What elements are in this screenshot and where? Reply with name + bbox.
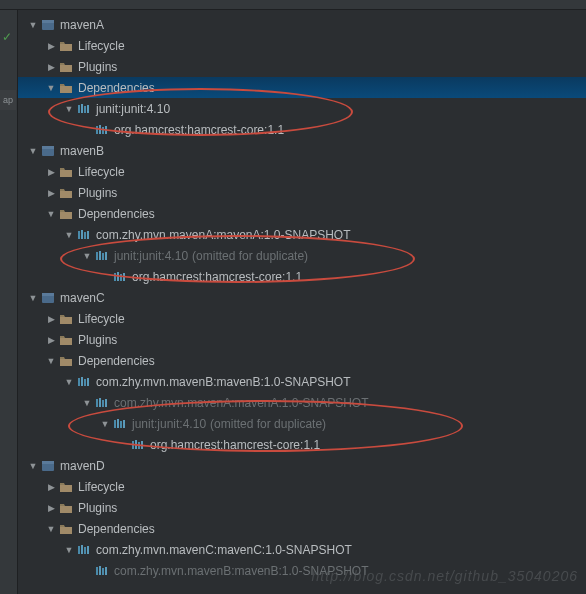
svg-rect-42 <box>105 399 107 407</box>
svg-rect-52 <box>42 461 54 464</box>
module-icon <box>40 143 56 159</box>
tree-row[interactable]: ▶org.hamcrest:hamcrest-core:1.1 <box>18 434 586 455</box>
tree-row[interactable]: ▶org.hamcrest:hamcrest-core:1.1 <box>18 266 586 287</box>
svg-rect-26 <box>114 273 116 281</box>
sidebar-tab[interactable]: ap <box>0 90 16 110</box>
chevron-down-icon[interactable]: ▼ <box>80 398 94 408</box>
chevron-down-icon[interactable]: ▼ <box>62 104 76 114</box>
tree-node-label: com.zhy.mvn.mavenB:mavenB:1.0-SNAPSHOT <box>96 375 351 389</box>
tree-row[interactable]: ▶Plugins <box>18 56 586 77</box>
folder-icon <box>58 185 74 201</box>
chevron-right-icon[interactable]: ▶ <box>44 335 58 345</box>
svg-rect-16 <box>60 191 72 198</box>
svg-rect-46 <box>123 420 125 428</box>
tree-row[interactable]: ▼com.zhy.mvn.mavenC:mavenC:1.0-SNAPSHOT <box>18 539 586 560</box>
svg-rect-22 <box>96 252 98 260</box>
tree-row[interactable]: ▼Dependencies <box>18 350 586 371</box>
tree-node-label: Lifecycle <box>78 480 125 494</box>
chevron-right-icon[interactable]: ▶ <box>44 41 58 51</box>
tree-node-label: Lifecycle <box>78 165 125 179</box>
svg-rect-63 <box>105 567 107 575</box>
svg-rect-9 <box>96 126 98 134</box>
chevron-down-icon[interactable]: ▼ <box>26 293 40 303</box>
tree-row[interactable]: ▶Lifecycle <box>18 35 586 56</box>
tree-row[interactable]: ▼junit:junit:4.10(omitted for duplicate) <box>18 413 586 434</box>
tree-row[interactable]: ▶Plugins <box>18 497 586 518</box>
svg-rect-29 <box>123 273 125 281</box>
tree-row[interactable]: ▼mavenB <box>18 140 586 161</box>
tree-node-label: Plugins <box>78 60 117 74</box>
tree-row[interactable]: ▶Lifecycle <box>18 161 586 182</box>
chevron-right-icon[interactable]: ▶ <box>44 482 58 492</box>
chevron-right-icon[interactable]: ▶ <box>44 314 58 324</box>
svg-rect-2 <box>60 44 72 51</box>
tree-row[interactable]: ▼Dependencies <box>18 203 586 224</box>
folder-icon <box>58 521 74 537</box>
tree-row[interactable]: ▶org.hamcrest:hamcrest-core:1.1 <box>18 119 586 140</box>
svg-rect-38 <box>87 378 89 386</box>
tree-node-label: org.hamcrest:hamcrest-core:1.1 <box>114 123 284 137</box>
chevron-right-icon[interactable]: ▶ <box>44 62 58 72</box>
chevron-down-icon[interactable]: ▼ <box>98 419 112 429</box>
tree-node-label: mavenA <box>60 18 104 32</box>
tree-row[interactable]: ▼Dependencies <box>18 518 586 539</box>
tree-node-label: Dependencies <box>78 207 155 221</box>
tree-row[interactable]: ▼mavenD <box>18 455 586 476</box>
svg-rect-44 <box>117 419 119 428</box>
svg-rect-27 <box>117 272 119 281</box>
folder-icon <box>58 80 74 96</box>
tree-row[interactable]: ▼Dependencies <box>18 77 586 98</box>
svg-rect-58 <box>84 547 86 554</box>
tree-node-label: com.zhy.mvn.mavenA:mavenA:1.0-SNAPSHOT <box>96 228 351 242</box>
svg-rect-49 <box>138 442 140 449</box>
tree-node-label: org.hamcrest:hamcrest-core:1.1 <box>150 438 320 452</box>
svg-rect-10 <box>99 125 101 134</box>
tree-node-label: Plugins <box>78 333 117 347</box>
tree-row[interactable]: ▼junit:junit:4.10(omitted for duplicate) <box>18 245 586 266</box>
svg-rect-20 <box>84 232 86 239</box>
tree-row[interactable]: ▶Lifecycle <box>18 476 586 497</box>
lib-icon <box>112 269 128 285</box>
tree-row[interactable]: ▼mavenC <box>18 287 586 308</box>
tree-node-label: com.zhy.mvn.mavenA:mavenA:1.0-SNAPSHOT <box>114 396 369 410</box>
chevron-down-icon[interactable]: ▼ <box>44 524 58 534</box>
svg-rect-17 <box>60 212 72 219</box>
tree-node-label: mavenC <box>60 291 105 305</box>
maven-tree[interactable]: ▼mavenA▶Lifecycle▶Plugins▼Dependencies▼j… <box>18 10 586 581</box>
tree-row[interactable]: ▶Plugins <box>18 329 586 350</box>
tree-row[interactable]: ▶Lifecycle <box>18 308 586 329</box>
chevron-down-icon[interactable]: ▼ <box>44 83 58 93</box>
chevron-right-icon[interactable]: ▶ <box>44 503 58 513</box>
chevron-down-icon[interactable]: ▼ <box>26 146 40 156</box>
chevron-down-icon[interactable]: ▼ <box>62 545 76 555</box>
module-icon <box>40 17 56 33</box>
chevron-down-icon[interactable]: ▼ <box>62 230 76 240</box>
lib-icon <box>94 122 110 138</box>
lib-icon <box>94 563 110 579</box>
svg-rect-60 <box>96 567 98 575</box>
tree-row[interactable]: ▼mavenA <box>18 14 586 35</box>
svg-rect-15 <box>60 170 72 177</box>
tree-row[interactable]: ▼com.zhy.mvn.mavenB:mavenB:1.0-SNAPSHOT <box>18 371 586 392</box>
folder-icon <box>58 59 74 75</box>
svg-rect-7 <box>84 106 86 113</box>
chevron-right-icon[interactable]: ▶ <box>44 167 58 177</box>
tree-row[interactable]: ▼com.zhy.mvn.mavenA:mavenA:1.0-SNAPSHOT <box>18 224 586 245</box>
chevron-down-icon[interactable]: ▼ <box>44 209 58 219</box>
tree-node-label: Dependencies <box>78 354 155 368</box>
svg-rect-11 <box>102 127 104 134</box>
tree-row[interactable]: ▼com.zhy.mvn.mavenA:mavenA:1.0-SNAPSHOT <box>18 392 586 413</box>
chevron-down-icon[interactable]: ▼ <box>26 20 40 30</box>
chevron-down-icon[interactable]: ▼ <box>26 461 40 471</box>
tree-row[interactable]: ▼junit:junit:4.10 <box>18 98 586 119</box>
svg-rect-3 <box>60 65 72 72</box>
tree-row[interactable]: ▶Plugins <box>18 182 586 203</box>
chevron-down-icon[interactable]: ▼ <box>44 356 58 366</box>
svg-rect-50 <box>141 441 143 449</box>
tree-node-label: mavenD <box>60 459 105 473</box>
chevron-down-icon[interactable]: ▼ <box>80 251 94 261</box>
lib-icon <box>130 437 146 453</box>
chevron-right-icon[interactable]: ▶ <box>44 188 58 198</box>
chevron-down-icon[interactable]: ▼ <box>62 377 76 387</box>
svg-rect-28 <box>120 274 122 281</box>
